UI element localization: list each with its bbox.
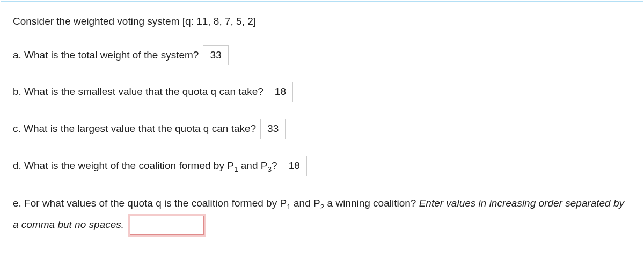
question-c: c. What is the largest value that the qu… bbox=[13, 119, 631, 139]
question-b: b. What is the smallest value that the q… bbox=[13, 82, 631, 102]
question-d-label: d. What is the weight of the coalition f… bbox=[13, 159, 277, 173]
qd-sub2: 3 bbox=[267, 165, 272, 173]
qe-mid: and P bbox=[291, 197, 320, 209]
qd-sub1: 1 bbox=[234, 165, 238, 173]
answer-e-input[interactable] bbox=[130, 216, 204, 235]
qd-mid: and P bbox=[238, 160, 268, 171]
question-a-label: a. What is the total weight of the syste… bbox=[13, 48, 199, 63]
answer-d[interactable]: 18 bbox=[282, 156, 307, 176]
intro-text: Consider the weighted voting system [q: … bbox=[13, 14, 631, 29]
qd-suffix: ? bbox=[272, 160, 277, 171]
qe-prefix: e. For what values of the quota q is the… bbox=[13, 197, 287, 209]
answer-b[interactable]: 18 bbox=[268, 82, 293, 102]
qe-sub1: 1 bbox=[287, 203, 291, 211]
qe-suffix: a winning coalition? bbox=[324, 197, 419, 209]
question-d: d. What is the weight of the coalition f… bbox=[13, 156, 631, 176]
question-panel: Consider the weighted voting system [q: … bbox=[1, 1, 643, 279]
question-e: e. For what values of the quota q is the… bbox=[13, 193, 631, 235]
qd-prefix: d. What is the weight of the coalition f… bbox=[13, 160, 234, 171]
question-a: a. What is the total weight of the syste… bbox=[13, 45, 631, 66]
qe-hint1: Enter values in increasing order bbox=[419, 197, 562, 209]
answer-c[interactable]: 33 bbox=[260, 119, 286, 139]
answer-a[interactable]: 33 bbox=[203, 45, 228, 66]
question-c-label: c. What is the largest value that the qu… bbox=[13, 122, 256, 136]
question-b-label: b. What is the smallest value that the q… bbox=[13, 85, 264, 99]
question-e-label: e. For what values of the quota q is the… bbox=[13, 197, 562, 209]
